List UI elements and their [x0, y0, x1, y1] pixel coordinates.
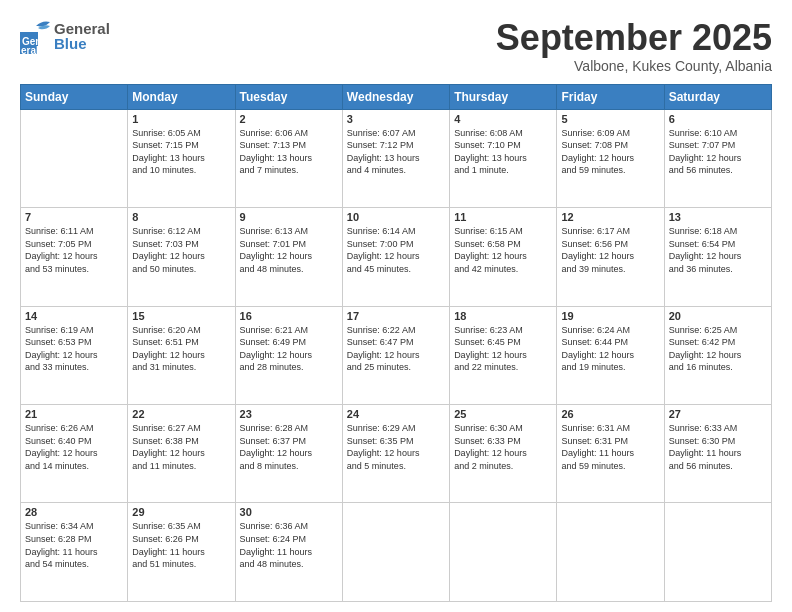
day-number: 23 — [240, 408, 338, 420]
calendar-cell: 27Sunrise: 6:33 AMSunset: 6:30 PMDayligh… — [664, 405, 771, 503]
calendar-cell — [557, 503, 664, 602]
day-info: Sunrise: 6:24 AMSunset: 6:44 PMDaylight:… — [561, 324, 659, 374]
month-title: September 2025 — [496, 18, 772, 58]
calendar-cell: 18Sunrise: 6:23 AMSunset: 6:45 PMDayligh… — [450, 306, 557, 404]
day-info: Sunrise: 6:10 AMSunset: 7:07 PMDaylight:… — [669, 127, 767, 177]
day-info: Sunrise: 6:29 AMSunset: 6:35 PMDaylight:… — [347, 422, 445, 472]
day-number: 7 — [25, 211, 123, 223]
day-info: Sunrise: 6:12 AMSunset: 7:03 PMDaylight:… — [132, 225, 230, 275]
day-info: Sunrise: 6:28 AMSunset: 6:37 PMDaylight:… — [240, 422, 338, 472]
day-number: 4 — [454, 113, 552, 125]
col-friday: Friday — [557, 84, 664, 109]
calendar-cell: 4Sunrise: 6:08 AMSunset: 7:10 PMDaylight… — [450, 109, 557, 207]
day-info: Sunrise: 6:09 AMSunset: 7:08 PMDaylight:… — [561, 127, 659, 177]
calendar-table: Sunday Monday Tuesday Wednesday Thursday… — [20, 84, 772, 602]
calendar-cell: 15Sunrise: 6:20 AMSunset: 6:51 PMDayligh… — [128, 306, 235, 404]
day-number: 24 — [347, 408, 445, 420]
location-subtitle: Valbone, Kukes County, Albania — [496, 58, 772, 74]
day-info: Sunrise: 6:27 AMSunset: 6:38 PMDaylight:… — [132, 422, 230, 472]
day-number: 30 — [240, 506, 338, 518]
col-saturday: Saturday — [664, 84, 771, 109]
logo: Gen eral General Blue — [20, 18, 110, 54]
col-tuesday: Tuesday — [235, 84, 342, 109]
day-info: Sunrise: 6:06 AMSunset: 7:13 PMDaylight:… — [240, 127, 338, 177]
day-number: 12 — [561, 211, 659, 223]
day-number: 2 — [240, 113, 338, 125]
calendar-header-row: Sunday Monday Tuesday Wednesday Thursday… — [21, 84, 772, 109]
calendar-cell: 10Sunrise: 6:14 AMSunset: 7:00 PMDayligh… — [342, 208, 449, 306]
calendar-cell: 25Sunrise: 6:30 AMSunset: 6:33 PMDayligh… — [450, 405, 557, 503]
svg-text:eral: eral — [21, 45, 39, 54]
day-info: Sunrise: 6:22 AMSunset: 6:47 PMDaylight:… — [347, 324, 445, 374]
calendar-cell: 20Sunrise: 6:25 AMSunset: 6:42 PMDayligh… — [664, 306, 771, 404]
day-info: Sunrise: 6:26 AMSunset: 6:40 PMDaylight:… — [25, 422, 123, 472]
day-number: 20 — [669, 310, 767, 322]
logo-general: General — [54, 21, 110, 36]
calendar-cell: 6Sunrise: 6:10 AMSunset: 7:07 PMDaylight… — [664, 109, 771, 207]
calendar-cell — [21, 109, 128, 207]
day-number: 28 — [25, 506, 123, 518]
day-number: 27 — [669, 408, 767, 420]
day-number: 6 — [669, 113, 767, 125]
col-sunday: Sunday — [21, 84, 128, 109]
day-number: 8 — [132, 211, 230, 223]
page: Gen eral General Blue September 2025 Val… — [0, 0, 792, 612]
day-info: Sunrise: 6:25 AMSunset: 6:42 PMDaylight:… — [669, 324, 767, 374]
calendar-cell — [450, 503, 557, 602]
header: Gen eral General Blue September 2025 Val… — [20, 18, 772, 74]
calendar-week-3: 14Sunrise: 6:19 AMSunset: 6:53 PMDayligh… — [21, 306, 772, 404]
logo-text: General Blue — [54, 21, 110, 51]
calendar-cell: 8Sunrise: 6:12 AMSunset: 7:03 PMDaylight… — [128, 208, 235, 306]
calendar-cell: 13Sunrise: 6:18 AMSunset: 6:54 PMDayligh… — [664, 208, 771, 306]
day-info: Sunrise: 6:34 AMSunset: 6:28 PMDaylight:… — [25, 520, 123, 570]
calendar-cell: 30Sunrise: 6:36 AMSunset: 6:24 PMDayligh… — [235, 503, 342, 602]
calendar-cell: 9Sunrise: 6:13 AMSunset: 7:01 PMDaylight… — [235, 208, 342, 306]
day-number: 29 — [132, 506, 230, 518]
calendar-cell — [342, 503, 449, 602]
day-number: 26 — [561, 408, 659, 420]
day-number: 18 — [454, 310, 552, 322]
calendar-cell: 24Sunrise: 6:29 AMSunset: 6:35 PMDayligh… — [342, 405, 449, 503]
day-info: Sunrise: 6:08 AMSunset: 7:10 PMDaylight:… — [454, 127, 552, 177]
day-number: 9 — [240, 211, 338, 223]
calendar-cell: 7Sunrise: 6:11 AMSunset: 7:05 PMDaylight… — [21, 208, 128, 306]
calendar-week-4: 21Sunrise: 6:26 AMSunset: 6:40 PMDayligh… — [21, 405, 772, 503]
day-info: Sunrise: 6:14 AMSunset: 7:00 PMDaylight:… — [347, 225, 445, 275]
logo-blue: Blue — [54, 36, 110, 51]
day-info: Sunrise: 6:30 AMSunset: 6:33 PMDaylight:… — [454, 422, 552, 472]
day-info: Sunrise: 6:13 AMSunset: 7:01 PMDaylight:… — [240, 225, 338, 275]
calendar-cell: 28Sunrise: 6:34 AMSunset: 6:28 PMDayligh… — [21, 503, 128, 602]
day-info: Sunrise: 6:23 AMSunset: 6:45 PMDaylight:… — [454, 324, 552, 374]
day-info: Sunrise: 6:07 AMSunset: 7:12 PMDaylight:… — [347, 127, 445, 177]
day-info: Sunrise: 6:21 AMSunset: 6:49 PMDaylight:… — [240, 324, 338, 374]
calendar-cell: 12Sunrise: 6:17 AMSunset: 6:56 PMDayligh… — [557, 208, 664, 306]
calendar-week-2: 7Sunrise: 6:11 AMSunset: 7:05 PMDaylight… — [21, 208, 772, 306]
title-block: September 2025 Valbone, Kukes County, Al… — [496, 18, 772, 74]
calendar-cell: 29Sunrise: 6:35 AMSunset: 6:26 PMDayligh… — [128, 503, 235, 602]
calendar-week-5: 28Sunrise: 6:34 AMSunset: 6:28 PMDayligh… — [21, 503, 772, 602]
col-monday: Monday — [128, 84, 235, 109]
calendar-cell: 17Sunrise: 6:22 AMSunset: 6:47 PMDayligh… — [342, 306, 449, 404]
day-number: 1 — [132, 113, 230, 125]
calendar-cell: 21Sunrise: 6:26 AMSunset: 6:40 PMDayligh… — [21, 405, 128, 503]
day-info: Sunrise: 6:17 AMSunset: 6:56 PMDaylight:… — [561, 225, 659, 275]
day-number: 16 — [240, 310, 338, 322]
day-number: 22 — [132, 408, 230, 420]
day-number: 3 — [347, 113, 445, 125]
calendar-week-1: 1Sunrise: 6:05 AMSunset: 7:15 PMDaylight… — [21, 109, 772, 207]
day-info: Sunrise: 6:11 AMSunset: 7:05 PMDaylight:… — [25, 225, 123, 275]
day-number: 17 — [347, 310, 445, 322]
day-number: 10 — [347, 211, 445, 223]
day-number: 11 — [454, 211, 552, 223]
calendar-cell: 1Sunrise: 6:05 AMSunset: 7:15 PMDaylight… — [128, 109, 235, 207]
calendar-cell: 23Sunrise: 6:28 AMSunset: 6:37 PMDayligh… — [235, 405, 342, 503]
calendar-cell — [664, 503, 771, 602]
day-info: Sunrise: 6:18 AMSunset: 6:54 PMDaylight:… — [669, 225, 767, 275]
day-info: Sunrise: 6:05 AMSunset: 7:15 PMDaylight:… — [132, 127, 230, 177]
day-info: Sunrise: 6:36 AMSunset: 6:24 PMDaylight:… — [240, 520, 338, 570]
day-info: Sunrise: 6:33 AMSunset: 6:30 PMDaylight:… — [669, 422, 767, 472]
day-number: 14 — [25, 310, 123, 322]
col-thursday: Thursday — [450, 84, 557, 109]
calendar-cell: 26Sunrise: 6:31 AMSunset: 6:31 PMDayligh… — [557, 405, 664, 503]
day-number: 15 — [132, 310, 230, 322]
